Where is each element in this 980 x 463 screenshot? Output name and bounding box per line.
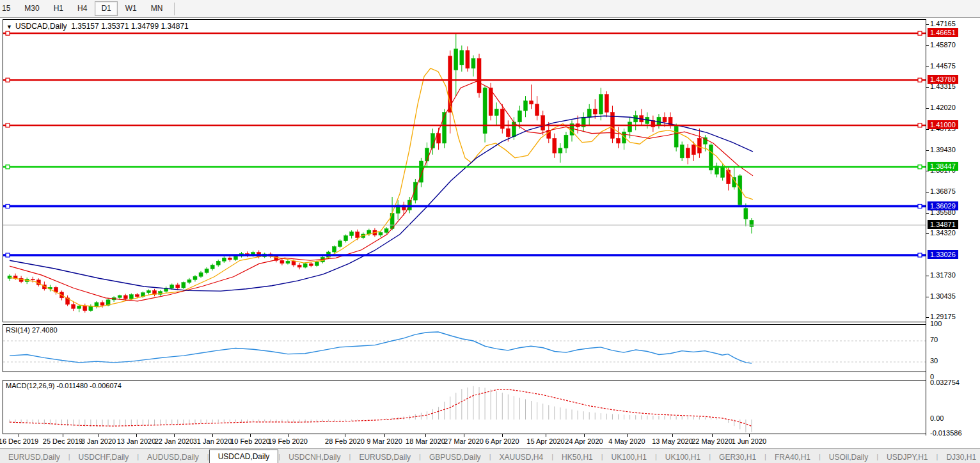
timeframe-button-d1[interactable]: D1 bbox=[95, 1, 117, 16]
price-axis-label: 1.47165 bbox=[930, 20, 956, 27]
macd-axis-label: -0.013586 bbox=[930, 429, 962, 437]
axis-tick bbox=[926, 129, 929, 130]
rsi-axis-label: 70 bbox=[930, 336, 938, 343]
macd-axis-label: 0.00 bbox=[930, 414, 944, 422]
rsi-label: RSI(14) 27.4080 bbox=[6, 326, 58, 334]
price-axis-label: 1.45870 bbox=[930, 41, 956, 49]
date-label: 16 Dec 2019 bbox=[0, 437, 38, 445]
axis-tick bbox=[926, 150, 929, 151]
symbol-tab-usdchf-1[interactable]: USDCHF,Daily bbox=[70, 451, 138, 463]
price-axis-label: 1.34320 bbox=[930, 229, 956, 237]
symbol-tab-dj30-15[interactable]: DJ30,H1 bbox=[938, 451, 980, 463]
candlestick-chart[interactable] bbox=[3, 20, 926, 322]
axis-tick bbox=[926, 192, 929, 192]
symbol-tab-hk50-8[interactable]: HK50,H1 bbox=[553, 451, 601, 463]
date-tick bbox=[212, 434, 213, 437]
macd-signal-line bbox=[10, 389, 752, 426]
rsi-indicator-pane[interactable] bbox=[3, 324, 926, 372]
date-label: 13 Jan 2020 bbox=[117, 437, 156, 445]
symbol-tab-fra40-12[interactable]: FRA40,H1 bbox=[766, 451, 819, 463]
axis-tick bbox=[926, 213, 929, 214]
macd-axis-label: 0.032754 bbox=[930, 379, 960, 386]
axis-tick bbox=[926, 317, 929, 318]
timeframe-button-mn[interactable]: MN bbox=[145, 1, 170, 16]
macd-label: MACD(12,26,9) -0.011480 -0.006074 bbox=[6, 382, 122, 389]
date-label: 25 Dec 2019 bbox=[43, 437, 83, 445]
axis-tick bbox=[926, 24, 929, 25]
axis-tick bbox=[926, 87, 929, 88]
timeframe-button-m30[interactable]: M30 bbox=[18, 1, 45, 16]
toolbar-divider bbox=[174, 3, 175, 15]
price-level-badge: 1.46651 bbox=[928, 28, 958, 37]
axis-tick bbox=[926, 171, 929, 171]
date-label: 27 Mar 2020 bbox=[444, 437, 484, 445]
price-axis[interactable]: 1.471651.458701.445751.433151.420201.407… bbox=[926, 18, 980, 435]
price-axis-label: 1.44575 bbox=[930, 62, 956, 70]
ma-slow bbox=[10, 116, 753, 291]
date-tick bbox=[384, 434, 385, 437]
ma-fast bbox=[10, 68, 753, 307]
date-label: 31 Jan 2020 bbox=[193, 437, 232, 445]
price-chart-pane[interactable] bbox=[3, 19, 926, 322]
chart-ohlc-values: 1.35157 1.35371 1.34799 1.34871 bbox=[71, 22, 189, 31]
rsi-line bbox=[10, 332, 752, 363]
symbol-tab-audusd-2[interactable]: AUDUSD,Daily bbox=[139, 451, 207, 463]
symbol-tab-usdcnh-4[interactable]: USDCNH,Daily bbox=[280, 451, 349, 463]
price-axis-label: 1.39430 bbox=[930, 146, 956, 153]
timeframe-button-w1[interactable]: W1 bbox=[119, 1, 143, 16]
price-axis-label: 1.31730 bbox=[930, 271, 956, 279]
axis-tick bbox=[926, 233, 929, 234]
date-label: 9 Mar 2020 bbox=[367, 437, 402, 445]
timeframe-button-15[interactable]: 15 bbox=[0, 1, 17, 16]
symbol-tab-usoil-13[interactable]: USOil,Daily bbox=[821, 451, 876, 463]
date-tick bbox=[672, 434, 673, 437]
symbol-tab-usdcad-3[interactable]: USDCAD,Daily bbox=[209, 450, 279, 463]
date-tick bbox=[250, 434, 251, 437]
date-tick bbox=[174, 434, 175, 437]
price-axis-label: 1.42020 bbox=[930, 104, 956, 111]
price-axis-label: 1.30435 bbox=[930, 292, 956, 300]
symbol-tab-gbpusd-6[interactable]: GBPUSD,Daily bbox=[421, 451, 489, 463]
symbol-tab-ger30-11[interactable]: GER30,H1 bbox=[711, 451, 764, 463]
symbol-tab-bar: EURUSD,Daily|USDCHF,Daily|AUDUSD,Daily|U… bbox=[0, 448, 980, 463]
date-label: 24 Apr 2020 bbox=[565, 437, 603, 445]
date-label: 1 Jun 2020 bbox=[732, 437, 766, 445]
axis-tick bbox=[926, 45, 929, 46]
symbol-tab-eurusd-5[interactable]: EURUSD,Daily bbox=[351, 451, 419, 463]
symbol-tab-uk100-10[interactable]: UK100,H1 bbox=[657, 451, 709, 463]
symbol-tab-uk100-9[interactable]: UK100,H1 bbox=[603, 451, 655, 463]
date-tick bbox=[584, 434, 585, 437]
date-tick bbox=[19, 434, 19, 437]
price-axis-label: 1.36875 bbox=[930, 187, 956, 195]
axis-tick bbox=[926, 276, 929, 276]
date-tick bbox=[288, 434, 288, 437]
date-tick bbox=[425, 434, 426, 437]
macd-chart[interactable] bbox=[3, 381, 926, 434]
symbol-dropdown-caret[interactable]: ▼ bbox=[6, 24, 12, 30]
date-label: 18 Mar 2020 bbox=[406, 437, 445, 445]
date-tick bbox=[627, 434, 628, 437]
price-level-badge: 1.34871 bbox=[928, 220, 958, 229]
symbol-tab-usdjpy-14[interactable]: USDJPY,H1 bbox=[878, 451, 936, 463]
date-tick bbox=[464, 434, 464, 437]
price-level-badge: 1.38447 bbox=[928, 162, 958, 171]
date-label: 15 Apr 2020 bbox=[526, 437, 564, 445]
symbol-tab-xauusd-7[interactable]: XAUUSD,H4 bbox=[491, 451, 551, 463]
date-label: 6 Apr 2020 bbox=[485, 437, 519, 445]
symbol-tab-eurusd-0[interactable]: EURUSD,Daily bbox=[0, 451, 68, 463]
axis-tick bbox=[926, 297, 929, 297]
axis-tick bbox=[926, 108, 929, 109]
date-label: 19 Feb 2020 bbox=[268, 437, 308, 445]
price-axis-label: 1.29175 bbox=[930, 313, 956, 320]
timeframe-button-h1[interactable]: H1 bbox=[47, 1, 70, 16]
date-label: 22 Jan 2020 bbox=[155, 437, 194, 445]
date-tick bbox=[63, 434, 63, 437]
rsi-chart[interactable] bbox=[3, 325, 926, 372]
price-level-badge: 1.43780 bbox=[928, 75, 958, 84]
date-tick bbox=[546, 434, 546, 437]
timeframe-button-h4[interactable]: H4 bbox=[71, 1, 93, 16]
price-level-badge: 1.36029 bbox=[928, 201, 958, 210]
macd-indicator-pane[interactable] bbox=[3, 380, 926, 434]
date-label: 4 May 2020 bbox=[608, 437, 645, 445]
date-label: 22 May 2020 bbox=[692, 437, 732, 445]
